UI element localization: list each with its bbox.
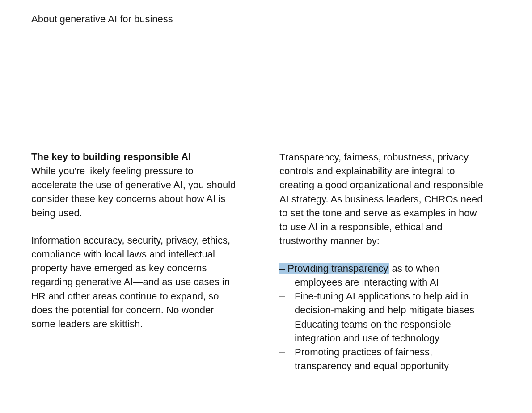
bullet-item-4-text: Promoting practices of fairness, transpa… — [295, 346, 449, 371]
highlighted-text: – Providing transparency — [279, 263, 389, 274]
dash-icon: – — [279, 289, 285, 303]
dash-icon: – — [279, 317, 285, 331]
bullet-list: – Providing transparency as to when empl… — [279, 261, 485, 373]
section-header: About generative AI for business — [31, 13, 501, 25]
dash-icon: – — [279, 345, 285, 359]
bullet-item-4: – Promoting practices of fairness, trans… — [279, 345, 485, 373]
left-paragraph-1: While you're likely feeling pressure to … — [31, 164, 237, 220]
content-columns: The key to building responsible AI While… — [31, 150, 501, 373]
bullet-item-2-text: Fine-tuning AI applications to help aid … — [295, 291, 474, 316]
subheading: The key to building responsible AI — [31, 150, 237, 164]
bullet-item-3: – Educating teams on the responsible int… — [279, 317, 485, 345]
bullet-item-3-text: Educating teams on the responsible integ… — [295, 319, 451, 344]
bullet-item-1: – Providing transparency as to when empl… — [279, 261, 485, 289]
left-column: The key to building responsible AI While… — [31, 150, 237, 373]
right-paragraph-1: Transparency, fairness, robustness, priv… — [279, 150, 485, 248]
right-column: Transparency, fairness, robustness, priv… — [279, 150, 485, 373]
left-paragraph-2: Information accuracy, security, privacy,… — [31, 233, 237, 331]
bullet-item-2: – Fine-tuning AI applications to help ai… — [279, 289, 485, 317]
